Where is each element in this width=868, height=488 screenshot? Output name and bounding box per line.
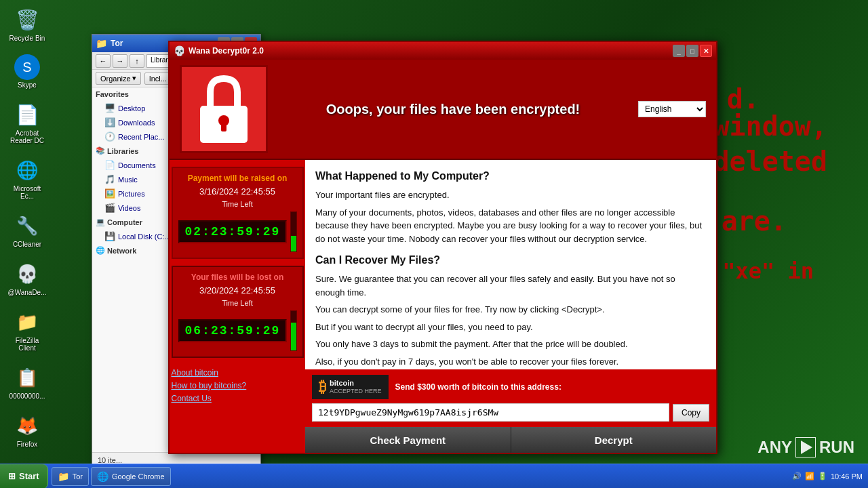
music-label: Music [118, 176, 138, 184]
desktop-bg-text-2: window,deleted [713, 108, 827, 179]
wannacry-window-controls: _ □ ✕ [673, 45, 712, 57]
desktop-icon-skype[interactable]: S Skype [3, 52, 51, 92]
forward-button[interactable]: → [113, 54, 127, 68]
documents-icon: 📄 [104, 160, 115, 170]
timer2-display: 06:23:59:29 [178, 319, 288, 342]
section2-p2: You can decrypt some of your files for f… [315, 303, 706, 317]
downloads-sidebar-label: Downloads [118, 119, 155, 127]
desktop-icon-firefox[interactable]: 🦊 Firefox [3, 409, 51, 451]
network-tray-icon[interactable]: 📶 [805, 472, 814, 481]
desktop-bg-text-3: are. [722, 203, 787, 239]
wannacry-minimize-button[interactable]: _ [673, 45, 685, 57]
organize-button[interactable]: Organize ▾ [96, 72, 141, 85]
wannacry-header-title: Ooops, your files have been encrypted! [275, 102, 631, 117]
desktop-icon-wannacry[interactable]: 💀 @WanaDe... [3, 258, 51, 299]
back-button[interactable]: ← [96, 54, 111, 68]
acrobat-icon: 📄 [14, 101, 41, 128]
wannacry-icon: 💀 [14, 260, 41, 287]
svg-rect-4 [221, 121, 226, 131]
taskbar-clock: 10:46 PM [831, 472, 863, 481]
desktop-icon-ccleaner[interactable]: 🔧 CCleaner [3, 209, 51, 251]
taskbar-items: 📁 Tor 🌐 Google Chrome [48, 467, 787, 486]
battery-icon: 🔋 [818, 472, 827, 481]
wannacry-body: Payment will be raised on 3/16/2024 22:4… [170, 160, 716, 453]
files-lost-timer-box: Your files will be lost on 3/20/2024 22:… [172, 266, 304, 358]
network-icon: 🌐 [96, 246, 105, 255]
taskbar-chrome-icon: 🌐 [97, 471, 108, 482]
how-to-buy-link[interactable]: How to buy bitcoins? [172, 381, 304, 390]
wannacry-close-button[interactable]: ✕ [700, 45, 712, 57]
videos-icon: 🎬 [104, 203, 115, 213]
decrypt-button[interactable]: Decrypt [511, 427, 717, 453]
bitcoin-send-label: Send $300 worth of bitcoin to this addre… [395, 382, 709, 392]
bitcoin-logo: ₿ bitcoin ACCEPTED HERE [312, 375, 389, 399]
taskbar-item-chrome[interactable]: 🌐 Google Chrome [91, 467, 171, 486]
bitcoin-text-block: bitcoin ACCEPTED HERE [330, 379, 382, 395]
desktop: d. window,deleted are. "xe" in 🗑️ Recycl… [0, 0, 868, 488]
local-disk-label: Local Disk (C:... [118, 232, 171, 241]
anyrun-play-icon [795, 437, 816, 458]
section1-title: What Happened to My Computer? [315, 168, 706, 184]
up-button[interactable]: ↑ [130, 54, 144, 68]
skype-label: Skype [18, 81, 37, 89]
firefox-icon: 🦊 [14, 412, 41, 439]
timer2-value: 06:23:59:29 [185, 324, 281, 338]
section2-p1: Sure. We guarantee that you can recover … [315, 272, 706, 299]
desktop-icon-ms-edge[interactable]: 🌐 Microsoft Ec... [3, 154, 51, 203]
bitcoin-symbol: ₿ [319, 378, 326, 396]
file0-icon: 📋 [14, 364, 41, 391]
taskbar-folder-label: Tor [73, 472, 83, 481]
explorer-title-icon: 📁 [96, 38, 107, 49]
pictures-icon: 🖼️ [104, 188, 115, 199]
taskbar-item-folder[interactable]: 📁 Tor [52, 467, 89, 486]
bitcoin-address-input[interactable] [312, 403, 669, 422]
wannacry-links: About bitcoin How to buy bitcoins? Conta… [172, 365, 304, 407]
documents-label: Documents [118, 161, 156, 169]
volume-icon[interactable]: 🔊 [792, 472, 802, 481]
desktop-icon-file0[interactable]: 📋 00000000... [3, 361, 51, 403]
acrobat-label: Acrobat Reader DC [6, 129, 48, 144]
timer1-progress-bar [290, 211, 296, 252]
language-selector-wrapper: English 中文 Español Français Deutsch 日本語 … [638, 101, 706, 117]
desktop-icon-recycle-bin[interactable]: 🗑️ Recycle Bin [3, 3, 51, 45]
ms-edge-icon: 🌐 [14, 157, 41, 184]
desktop-icon-area: 🗑️ Recycle Bin S Skype 📄 Acrobat Reader … [0, 0, 54, 488]
wannacry-titlebar: 💀 Wana Decrypt0r 2.0 _ □ ✕ [170, 42, 716, 60]
bitcoin-name: bitcoin [330, 379, 382, 388]
desktop-icon-filezilla[interactable]: 📁 FileZilla Client [3, 306, 51, 354]
filezilla-label: FileZilla Client [6, 337, 48, 352]
start-icon: ⊞ [8, 471, 16, 481]
time-left-label-1: Time Left [178, 200, 297, 208]
desktop-bg-text-4: "xe" in [722, 258, 814, 286]
bitcoin-send-row: ₿ bitcoin ACCEPTED HERE Send $300 worth … [312, 375, 709, 399]
bitcoin-accepted-text: ACCEPTED HERE [330, 388, 382, 395]
wannacry-text-area[interactable]: What Happened to My Computer? Your impor… [305, 160, 716, 369]
wannacry-action-buttons: Check Payment Decrypt [305, 427, 716, 453]
files-lost-label: Your files will be lost on [178, 272, 297, 282]
explorer-status-text: 10 ite... [98, 456, 122, 464]
copy-button[interactable]: Copy [673, 404, 709, 422]
timer1-value: 02:23:59:29 [185, 225, 281, 239]
contact-us-link[interactable]: Contact Us [172, 394, 304, 403]
start-button[interactable]: ⊞ Start [0, 464, 48, 489]
taskbar: ⊞ Start 📁 Tor 🌐 Google Chrome 🔊 📶 🔋 10:4… [0, 464, 868, 488]
about-bitcoin-link[interactable]: About bitcoin [172, 368, 304, 378]
recent-sidebar-label: Recent Plac... [118, 133, 164, 141]
payment-raised-timer-box: Payment will be raised on 3/16/2024 22:4… [172, 167, 304, 259]
section2-p4: You only have 3 days to submit the payme… [315, 338, 706, 351]
desktop-icon-acrobat[interactable]: 📄 Acrobat Reader DC [3, 98, 51, 147]
bitcoin-payment-section: ₿ bitcoin ACCEPTED HERE Send $300 worth … [305, 369, 716, 427]
computer-icon: 💻 [96, 218, 105, 226]
timer1-bar-fill [291, 236, 296, 251]
anyrun-text: ANY [757, 438, 792, 457]
include-button[interactable]: Incl... [144, 73, 172, 85]
wannacry-maximize-button[interactable]: □ [686, 45, 698, 57]
pictures-label: Pictures [118, 190, 145, 198]
language-selector[interactable]: English 中文 Español Français Deutsch 日本語 … [638, 101, 706, 117]
check-payment-button[interactable]: Check Payment [305, 427, 511, 453]
section1-p2: Many of your documents, photos, videos, … [315, 206, 706, 246]
wannacry-left-panel: Payment will be raised on 3/16/2024 22:4… [170, 160, 305, 453]
file0-label: 00000000... [9, 392, 45, 400]
bitcoin-address-row: Copy [312, 403, 709, 422]
svg-marker-1 [801, 441, 812, 454]
